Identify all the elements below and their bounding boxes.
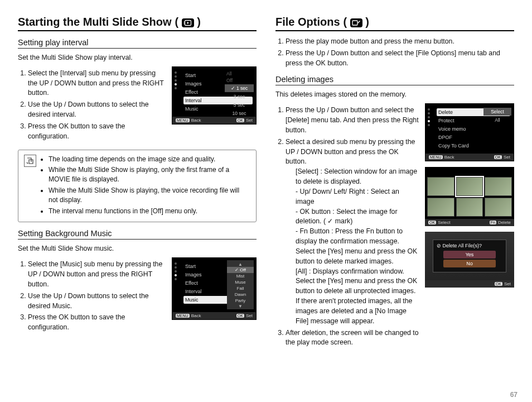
thumb-4 — [427, 198, 454, 217]
lcd1-opt-10sec: 10 sec — [225, 109, 254, 117]
lcdA-opt-select: Select — [483, 108, 511, 116]
lcd1-opt-5sec: 5 sec — [225, 101, 254, 109]
delete-step-2: Select a desired sub menu by pressing th… — [286, 137, 419, 327]
delete-step-1: Press the Up / Down button and select th… — [286, 106, 419, 135]
music-step-3: Press the OK button to save the configur… — [28, 313, 166, 333]
select-line: [Select] : Selection window for an image… — [286, 167, 419, 187]
lcd1-foot-left: MENUBack — [176, 118, 201, 123]
slideshow-tab-dot — [175, 83, 177, 85]
left-title-text: Starting the Multi Slide Show — [18, 16, 172, 28]
lcd-music: Start Images Effect Interval Music ▲ Off… — [172, 257, 257, 320]
select-bullet-ok: - OK button : Select the image for delet… — [286, 207, 419, 227]
note-box: The loading time depends on the image si… — [18, 150, 257, 223]
file-intro-1: Press the play mode button and press the… — [286, 37, 514, 47]
up-arrow-icon: ▲ — [238, 262, 243, 267]
note-2: While the Multi Slide Show is playing, o… — [49, 165, 250, 184]
lcd1-opt-3sec: 3 sec — [225, 93, 254, 100]
thumb-6 — [485, 198, 512, 217]
all-line: [All] : Displays confirmation window. Se… — [286, 267, 419, 327]
lcd-delete-all-dialog: ⊘ Delete All File(s)? Yes No OKSet — [425, 232, 514, 288]
music-opt-off: Off — [227, 267, 254, 273]
lcdA-dpof: DPOF — [437, 133, 510, 141]
left-column: Starting the Multi Slide Show ( ) Settin… — [18, 16, 257, 350]
music-steps: Select the [Music] sub menu by pressing … — [18, 260, 166, 333]
music-options-panel: ▲ Off Mist Muse Fall Dawn Party ▼ — [227, 260, 254, 309]
lcd2-side-dots — [175, 262, 177, 280]
file-intro-2: Press the Up / Down button and select th… — [286, 49, 514, 69]
music-step-2: Use the Up / Down buttons to select the … — [28, 291, 166, 312]
page-number: 67 — [510, 391, 518, 399]
thumb-5 — [456, 198, 483, 217]
lcd1-opt-1sec: 1 sec — [225, 84, 254, 92]
lcdA-opt-all: All — [483, 116, 511, 124]
svg-rect-2 — [183, 21, 185, 25]
music-opt-mist: Mist — [236, 273, 245, 279]
lcdA-side-dots — [428, 108, 430, 126]
sub-bg-music: Setting Background Music — [18, 229, 257, 240]
lcd1-gray-off: Off — [225, 77, 254, 84]
interval-step-3: Press the OK button to save the configur… — [28, 122, 166, 142]
sub-deleting: Deleting images — [275, 75, 514, 85]
select-bullet-fn: - Fn Button : Press the Fn button to dis… — [286, 227, 419, 266]
deleting-desc: This deletes images stored on the memory… — [275, 90, 514, 100]
lcdA-copy: Copy To Card — [437, 142, 510, 150]
music-opt-party: Party — [235, 298, 246, 304]
note-4: The interval menu functions in the [Off]… — [49, 207, 250, 216]
slideshow-icon — [182, 18, 194, 27]
file-tool-icon — [350, 18, 362, 27]
play-interval-desc: Set the Multi Slide Show play interval. — [18, 53, 257, 63]
interval-step-1: Select the [Interval] sub menu by pressi… — [28, 69, 166, 98]
svg-rect-4 — [350, 18, 362, 27]
lcd2-foot-left: MENUBack — [176, 313, 201, 318]
lcd-interval: Start Images Effect Interval Music All O… — [172, 66, 257, 125]
select-bullet-nav: - Up/ Down/ Left/ Right : Select an imag… — [286, 187, 419, 207]
music-opt-dawn: Dawn — [235, 291, 246, 298]
dialog-yes: Yes — [443, 251, 496, 259]
slideshow-mode-icon: ( ) — [175, 16, 201, 28]
note-3: While the Multi Slide Show is playing, t… — [49, 186, 250, 205]
lcd2-foot-right: OKSet — [236, 313, 253, 318]
bg-music-desc: Set the Multi Slide Show music. — [18, 244, 257, 254]
menu-button-chip: MENU — [176, 118, 190, 122]
lcdA-voice: Voice memo — [437, 125, 510, 133]
lcd-side-dots — [175, 71, 177, 89]
dialog-no: No — [443, 260, 496, 267]
thumb-2-selected — [456, 177, 483, 196]
left-title: Starting the Multi Slide Show ( ) — [18, 16, 257, 31]
interval-steps: Select the [Interval] sub menu by pressi… — [18, 69, 166, 142]
right-column: File Options ( ) Press the play mode but… — [275, 16, 514, 350]
file-options-mode-icon: ( ) — [344, 16, 369, 28]
sub-play-interval: Setting play interval — [18, 38, 257, 49]
music-opt-muse: Muse — [235, 279, 246, 285]
lcd-thumbnail-select: OKSelect FnDelete — [425, 167, 514, 226]
note-icon — [24, 155, 36, 167]
thumb-1 — [427, 177, 454, 196]
music-step-1: Select the [Music] sub menu by pressing … — [28, 260, 166, 289]
delete-steps: Press the Up / Down button and select th… — [275, 106, 419, 348]
lcd-delete-menu: Delete Protect Voice memo DPOF Copy To C… — [425, 103, 514, 161]
thumb-3 — [485, 177, 512, 196]
music-opt-fall: Fall — [237, 285, 244, 291]
file-intro-steps: Press the play mode button and press the… — [275, 37, 514, 68]
lcd1-gray-all: All — [225, 70, 254, 77]
right-title: File Options ( ) — [275, 16, 514, 31]
right-title-text: File Options — [275, 16, 340, 28]
dialog-title: ⊘ Delete All File(s)? — [437, 243, 502, 248]
delete-all-dialog: ⊘ Delete All File(s)? Yes No — [433, 240, 506, 272]
ok-button-chip: OK — [236, 118, 244, 122]
down-arrow-icon: ▼ — [238, 304, 243, 309]
lcd1-foot-right: OKSet — [236, 118, 253, 123]
interval-step-2: Use the Up / Down buttons to select the … — [28, 100, 166, 120]
note-1: The loading time depends on the image si… — [49, 155, 250, 164]
delete-step-3: After deletion, the screen will be chang… — [286, 328, 419, 348]
